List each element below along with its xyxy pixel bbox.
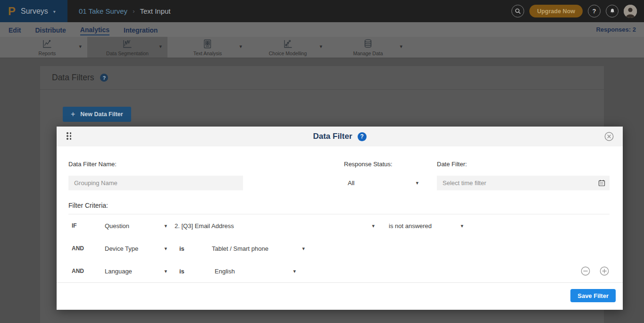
tab-analytics[interactable]: Analytics [80,24,109,35]
response-status-label: Response Status: [344,161,421,168]
data-filter-modal: Data Filter ? Data Filter Name: Response… [57,127,623,310]
chevron-down-icon: ▾ [164,223,167,229]
criteria-field-select[interactable]: Question ▾ [105,222,167,230]
drag-handle[interactable] [67,132,72,140]
date-filter-input[interactable] [437,176,610,190]
modal-header: Data Filter ? [57,127,623,146]
chevron-down-icon[interactable]: ▾ [79,43,82,50]
response-status-value: All [348,179,354,187]
help-icon[interactable]: ? [100,74,108,82]
analytics-toolbar: Reports ▾ Data Segmentation ▾ Text Analy… [0,37,644,58]
remove-criteria-button[interactable] [580,266,591,276]
criteria-operator-value: is not answered [389,222,432,230]
question-mark-icon: ? [593,8,596,15]
toolbar-item-label: Reports [39,51,56,56]
search-button[interactable] [511,5,524,17]
criteria-operator-label: is [179,268,208,275]
conjunction-label: IF [72,222,105,229]
responses-count: Responses: 2 [596,26,636,33]
criteria-question-select[interactable]: 2. [Q3] Email Address ▾ [175,222,375,230]
document-grid-icon [202,38,213,50]
scatter-chart-icon [282,38,293,50]
new-data-filter-button[interactable]: + New Data Filter [63,107,131,122]
modal-footer: Save Filter [57,282,623,311]
modal-body: Data Filter Name: Response Status: All ▾… [57,146,623,282]
new-data-filter-label: New Data Filter [80,111,123,118]
search-icon [514,8,521,15]
filter-name-label: Data Filter Name: [68,161,243,168]
tab-edit[interactable]: Edit [8,25,21,35]
upgrade-now-button[interactable]: Upgrade Now [529,5,583,17]
chevron-down-icon[interactable]: ▾ [53,9,56,14]
response-status-select[interactable]: All ▾ [344,176,421,190]
breadcrumb-survey-link[interactable]: 01 Take Survey [79,7,127,15]
top-navbar: P Surveys ▾ 01 Take Survey › Text Input … [0,0,644,22]
breadcrumb: 01 Take Survey › Text Input [79,7,171,15]
add-criteria-button[interactable] [599,266,610,276]
criteria-row: IF Question ▾ 2. [Q3] Email Address ▾ is… [68,214,610,237]
line-chart-icon [42,38,53,50]
toolbar-item-manage-data[interactable]: Manage Data ▾ [328,37,408,58]
navbar-actions: Upgrade Now ? [511,5,644,18]
modal-title: Data Filter [313,132,352,141]
breadcrumb-current-page: Text Input [140,7,170,15]
criteria-row: AND Language ▾ is English ▾ [68,260,610,282]
criteria-field-value: Language [105,268,132,275]
brand-logo: P [8,6,16,17]
criteria-operator-label: is [179,245,208,252]
date-filter-label: Date Filter: [437,161,610,168]
toolbar-item-reports[interactable]: Reports ▾ [7,37,87,58]
calendar-icon[interactable] [598,179,606,187]
panel-header: Data Filters ? [40,66,604,90]
conjunction-label: AND [72,245,105,252]
response-status-field: Response Status: All ▾ [344,161,421,190]
criteria-value: English [215,268,235,275]
product-label: Surveys [21,7,48,16]
conjunction-label: AND [72,268,105,274]
criteria-value-select[interactable]: Tablet / Smart phone ▾ [212,245,305,252]
help-icon[interactable]: ? [358,132,367,141]
notifications-button[interactable] [606,5,619,17]
page-title: Data Filters [52,73,94,83]
chevron-down-icon: ▾ [302,246,305,251]
close-icon[interactable] [604,131,614,142]
survey-tab-bar: Edit Distribute Analytics Integration Re… [0,22,644,37]
user-avatar[interactable] [624,5,637,18]
chevron-down-icon: ▾ [460,223,463,229]
toolbar-item-label: Data Segmentation [106,51,149,56]
toolbar-item-label: Text Analysis [193,51,222,56]
criteria-field-value: Device Type [105,245,138,252]
chevron-down-icon[interactable]: ▾ [239,43,242,50]
filter-header-fields: Data Filter Name: Response Status: All ▾… [68,161,610,190]
criteria-field-select[interactable]: Device Type ▾ [105,245,167,252]
multi-line-chart-icon [122,38,133,50]
chevron-down-icon[interactable]: ▾ [400,43,402,50]
tab-integration[interactable]: Integration [124,25,158,35]
criteria-value-select[interactable]: English ▾ [215,268,296,275]
criteria-operator-select[interactable]: is not answered ▾ [389,222,463,230]
criteria-row: AND Device Type ▾ is Tablet / Smart phon… [68,237,610,260]
save-filter-button[interactable]: Save Filter [570,289,616,302]
tab-distribute[interactable]: Distribute [35,25,66,35]
filter-name-input[interactable] [68,176,243,190]
toolbar-item-text-analysis[interactable]: Text Analysis ▾ [167,37,248,58]
toolbar-item-label: Manage Data [353,51,383,56]
help-button[interactable]: ? [588,5,601,17]
filter-criteria-label: Filter Criteria: [68,202,610,209]
chevron-down-icon: ▾ [416,180,418,186]
plus-icon: + [71,110,75,118]
toolbar-item-data-segmentation[interactable]: Data Segmentation ▾ [87,37,167,58]
chevron-down-icon[interactable]: ▾ [319,43,322,50]
criteria-question-value: 2. [Q3] Email Address [175,222,234,230]
criteria-value: Tablet / Smart phone [212,245,268,252]
criteria-list: IF Question ▾ 2. [Q3] Email Address ▾ is… [68,214,610,282]
criteria-field-value: Question [105,222,129,230]
chevron-down-icon[interactable]: ▾ [159,43,162,50]
toolbar-item-choice-modelling[interactable]: Choice Modelling ▾ [248,37,328,58]
breadcrumb-separator-icon: › [133,8,134,15]
database-icon [362,38,374,50]
criteria-field-select[interactable]: Language ▾ [105,268,167,275]
surveys-menu[interactable]: P Surveys ▾ [0,0,67,22]
bell-icon [609,8,616,15]
chevron-down-icon: ▾ [293,269,296,274]
